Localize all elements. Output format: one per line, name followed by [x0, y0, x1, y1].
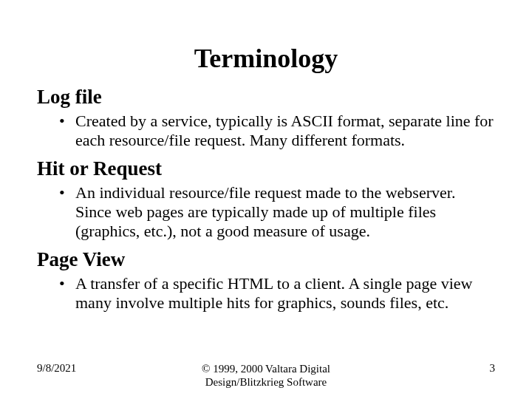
- section-heading: Hit or Request: [37, 157, 495, 180]
- bullet-list: Created by a service, typically is ASCII…: [37, 112, 495, 150]
- bullet-item: An individual resource/file request made…: [64, 183, 495, 241]
- bullet-item: A transfer of a specific HTML to a clien…: [64, 274, 495, 313]
- footer-page-number: 3: [490, 362, 496, 375]
- bullet-list: An individual resource/file request made…: [37, 183, 495, 241]
- slide-title: Terminology: [0, 0, 532, 78]
- section-heading: Log file: [37, 86, 495, 109]
- footer-copyright: © 1999, 2000 Valtara Digital Design/Blit…: [0, 362, 532, 389]
- bullet-item: Created by a service, typically is ASCII…: [64, 112, 495, 150]
- slide-content: Log file Created by a service, typically…: [0, 86, 532, 313]
- slide: Terminology Log file Created by a servic…: [0, 0, 532, 399]
- copyright-line: Design/Blitzkrieg Software: [205, 376, 327, 388]
- copyright-line: © 1999, 2000 Valtara Digital: [202, 363, 330, 375]
- footer: 9/8/2021 © 1999, 2000 Valtara Digital De…: [0, 361, 532, 390]
- bullet-list: A transfer of a specific HTML to a clien…: [37, 274, 495, 313]
- section-heading: Page View: [37, 248, 495, 271]
